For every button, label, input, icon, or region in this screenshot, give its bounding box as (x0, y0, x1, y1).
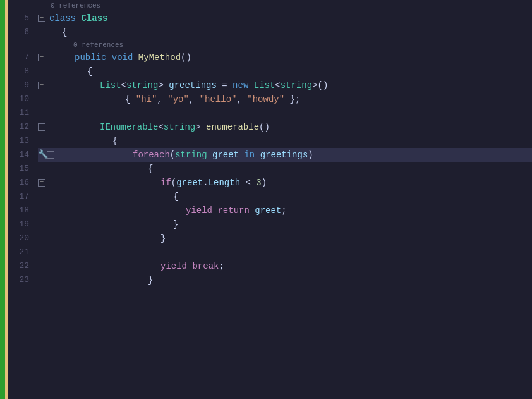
line-number: 14 (8, 148, 34, 162)
line-numbers: 5 6 7 8 9 10 11 12 13 14 15 16 17 18 19 … (8, 0, 34, 399)
fold-btn-7[interactable]: − (38, 54, 49, 61)
brace-close-20: } (160, 231, 166, 245)
fold-btn-14[interactable]: − (47, 151, 57, 159)
brace-close-19: } (173, 218, 178, 231)
brace-close-23: } (148, 273, 153, 287)
line-number: 15 (8, 162, 34, 176)
code-line-7: − public void MyMethod() (38, 51, 532, 64)
line-number: 9 (8, 78, 34, 92)
line-number: 11 (8, 106, 34, 120)
code-line-22: yield break; (38, 259, 532, 273)
kw-public: public (75, 51, 112, 64)
fold-btn-12[interactable]: − (38, 123, 49, 131)
line-number: 18 (8, 204, 34, 218)
line-number: 7 (8, 51, 34, 64)
method-name: MyMethod (138, 51, 181, 64)
line-number: 10 (8, 92, 34, 106)
editor: 5 6 7 8 9 10 11 12 13 14 15 16 17 18 19 … (0, 0, 532, 399)
code-line-11 (38, 106, 532, 120)
code-line-10: { "hi", "yo", "hello", "howdy" }; (38, 92, 532, 106)
brace-open-17: { (173, 190, 178, 204)
code-line-12: − IEnumerable<string> enumerable() (38, 120, 532, 134)
code-line-15: { (38, 162, 532, 176)
brace-open-13: { (112, 134, 118, 148)
kw-class-keyword: class (49, 11, 81, 25)
class-name: Class (81, 11, 107, 25)
hint-references-class: 0 references (38, 0, 532, 11)
code-line-6: { (38, 25, 532, 39)
brace-open-8: { (87, 64, 92, 78)
gutter-green (0, 0, 5, 399)
fold-btn-16[interactable]: − (38, 179, 49, 187)
line-number: 20 (8, 231, 34, 245)
line-number: 8 (8, 64, 34, 78)
fold-btn-5[interactable]: − (38, 15, 49, 22)
code-line-5: − class Class (38, 11, 532, 25)
screwdriver-icon: 🔧 (38, 148, 47, 162)
brace-open-6: { (62, 25, 67, 39)
code-line-16: − if(greet.Length < 3) (38, 176, 532, 190)
code-line-23: } (38, 273, 532, 287)
line-number: 17 (8, 190, 34, 204)
line-number: 12 (8, 120, 34, 134)
hint-references-method: 0 references (38, 39, 532, 51)
line-number: 16 (8, 176, 34, 190)
code-line-17: { (38, 190, 532, 204)
line-number: 13 (8, 134, 34, 148)
brace-open-15: { (148, 162, 153, 176)
code-line-19: } (38, 218, 532, 231)
code-content: 0 references − class Class { 0 reference… (34, 0, 532, 399)
kw-void: void (112, 51, 138, 64)
code-line-9: − List<string> greetings = new List<stri… (38, 78, 532, 92)
fold-btn-9[interactable]: − (38, 82, 49, 89)
line-number: 23 (8, 273, 34, 287)
line-number: 5 (8, 11, 34, 25)
code-line-13: { (38, 134, 532, 148)
line-number: 19 (8, 218, 34, 231)
line-number: 21 (8, 245, 34, 259)
code-line-8: { (38, 64, 532, 78)
code-line-18: yield return greet; (38, 204, 532, 218)
line-number: 6 (8, 25, 34, 39)
code-line-14: 🔧 − foreach(string greet in greetings) (38, 148, 532, 162)
code-line-21 (38, 245, 532, 259)
code-line-20: } (38, 231, 532, 245)
line-number: 22 (8, 259, 34, 273)
